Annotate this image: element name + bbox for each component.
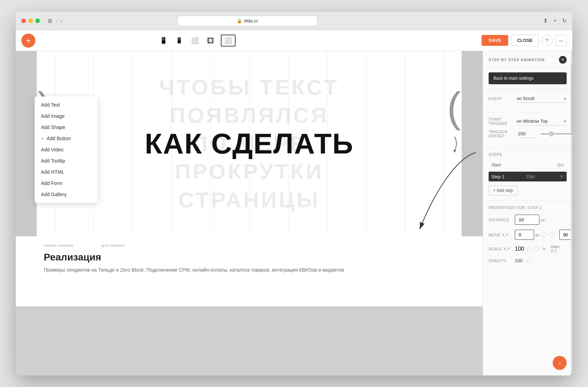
address-bar[interactable]: 🔒 tilda.cc bbox=[177, 16, 317, 26]
menu-item-add-gallery[interactable]: Add Gallery bbox=[35, 189, 98, 200]
close-button[interactable]: CLOSE bbox=[511, 35, 539, 46]
scale-row: SCALE X,Y 100 % Differ X,Y bbox=[489, 245, 567, 253]
step-1-delete-icon[interactable]: ✕ bbox=[560, 174, 564, 179]
viewport-mobile-small[interactable]: 📱 bbox=[158, 35, 169, 46]
opacity-row: OPACITY 100 bbox=[489, 258, 567, 263]
viewport-desktop[interactable]: ⬜ bbox=[221, 35, 236, 46]
move-y-input[interactable] bbox=[559, 230, 572, 240]
panel-scrollbar[interactable] bbox=[571, 51, 572, 375]
step-start-label: Start bbox=[491, 162, 501, 167]
back-to-settings-section: Back to main settings bbox=[483, 67, 572, 89]
move-row: MOVE X,Y px px bbox=[489, 230, 567, 240]
scroll-down-button[interactable]: ↓ bbox=[553, 356, 567, 370]
event-label: EVENT bbox=[489, 96, 517, 101]
plus-icon: + bbox=[41, 136, 44, 141]
panel-close-button[interactable]: ✕ bbox=[559, 56, 567, 64]
nav-forward-icon[interactable]: › bbox=[61, 18, 63, 24]
canvas-bottom-labels: window container grid container bbox=[44, 243, 455, 248]
menu-item-label: Add Tooltip bbox=[41, 158, 65, 164]
bg-text-line-1: ЧТОБЫ ТЕКСТ bbox=[159, 73, 339, 102]
trigger-offset-input[interactable] bbox=[517, 130, 538, 138]
bg-text-line-2: ПОЯВЛЯЛСЯ bbox=[170, 101, 329, 130]
distance-row: DISTANCE px bbox=[489, 215, 567, 225]
start-trigger-section: STARTTRIGGER on Window Top on Window Bot… bbox=[483, 112, 572, 148]
event-select-wrapper: on Scroll on Click on Hover ▼ bbox=[517, 94, 567, 103]
sidebar-toggle-icon[interactable]: ⊞ bbox=[48, 17, 52, 24]
event-section: EVENT on Scroll on Click on Hover ▼ bbox=[483, 89, 572, 112]
menu-item-add-video[interactable]: Add Video bbox=[35, 144, 98, 155]
move-radio-2[interactable] bbox=[550, 232, 554, 237]
move-radio-group bbox=[542, 232, 554, 237]
trigger-offset-slider[interactable] bbox=[540, 134, 572, 134]
viewport-desktop-small[interactable]: 🔲 bbox=[206, 36, 215, 45]
event-row: EVENT on Scroll on Click on Hover ▼ bbox=[489, 94, 567, 103]
lock-icon: 🔒 bbox=[237, 18, 242, 23]
trigger-offset-label: TRIGGEROFFSET bbox=[489, 130, 517, 138]
scale-controls: 100 % Differ X,Y bbox=[515, 245, 567, 253]
start-trigger-select[interactable]: on Window Top on Window Bottom on Elemen… bbox=[517, 117, 567, 126]
menu-item-label: Add Video bbox=[41, 147, 63, 152]
canvas-main-text: КАК СДЕЛАТЬ bbox=[145, 129, 354, 158]
scale-radio-1[interactable] bbox=[526, 246, 531, 251]
menu-item-label: Add Text bbox=[41, 102, 60, 108]
help-button[interactable]: ? bbox=[541, 35, 553, 46]
viewport-mobile[interactable]: 📱 bbox=[174, 36, 184, 45]
move-x-unit: px bbox=[536, 233, 540, 237]
context-menu: Add Text Add Image Add Shape + Add Butto… bbox=[35, 96, 98, 203]
properties-header: PROPERTIES FOR: STEP 1 bbox=[489, 206, 567, 210]
editor-toolbar: + 📱 📱 ⬜ 🔲 ⬜ SAVE CLOSE ? — bbox=[16, 30, 572, 51]
traffic-light-green[interactable] bbox=[35, 19, 40, 23]
scale-unit: % bbox=[542, 247, 546, 251]
menu-item-label: Add Gallery bbox=[41, 192, 66, 197]
viewport-tablet[interactable]: ⬜ bbox=[190, 35, 200, 46]
menu-item-add-text[interactable]: Add Text bbox=[35, 99, 98, 110]
start-trigger-select-wrapper: on Window Top on Window Bottom on Elemen… bbox=[517, 117, 567, 126]
scale-radio-2[interactable] bbox=[534, 246, 539, 251]
move-radio-1[interactable] bbox=[542, 232, 547, 237]
share-icon[interactable]: ⬆ bbox=[543, 17, 548, 24]
menu-item-add-form[interactable]: Add Form bbox=[35, 178, 98, 189]
panel-scrollbar-thumb bbox=[571, 65, 572, 135]
side-bar-left bbox=[16, 51, 37, 236]
canvas-main-text-block: КАК СДЕЛАТЬ bbox=[145, 129, 354, 158]
event-select[interactable]: on Scroll on Click on Hover bbox=[517, 94, 567, 103]
menu-item-label: Add Shape bbox=[41, 124, 65, 130]
menu-item-add-shape[interactable]: Add Shape bbox=[35, 122, 98, 133]
move-label: MOVE X,Y bbox=[489, 233, 515, 237]
url-display: tilda.cc bbox=[244, 18, 258, 23]
add-element-button[interactable]: + bbox=[21, 34, 35, 48]
side-bar-right bbox=[462, 51, 483, 236]
add-step-button[interactable]: + Add step bbox=[489, 186, 518, 195]
nav-back-icon[interactable]: ‹ bbox=[56, 18, 58, 24]
editor-container: + 📱 📱 ⬜ 🔲 ⬜ SAVE CLOSE ? — bbox=[16, 30, 572, 375]
svg-marker-2 bbox=[453, 150, 456, 153]
menu-item-add-button[interactable]: + Add Button bbox=[35, 133, 98, 144]
tab-icon[interactable]: + bbox=[553, 17, 556, 24]
step-1-label: Step 1 bbox=[491, 174, 505, 179]
start-trigger-label: STARTTRIGGER bbox=[489, 117, 517, 126]
differ-xy-label: Differ X,Y bbox=[551, 245, 567, 253]
window-container-label: window container bbox=[44, 243, 74, 248]
traffic-light-yellow[interactable] bbox=[28, 19, 33, 23]
more-button[interactable]: — bbox=[555, 35, 567, 46]
realizaciya-text: Примеры лендингов на Тильде и Zero Block… bbox=[44, 266, 455, 274]
menu-item-add-image[interactable]: Add Image bbox=[35, 110, 98, 122]
step-row-1[interactable]: Step 1 10px ✕ bbox=[489, 172, 567, 181]
menu-item-label: Add HTML bbox=[41, 169, 64, 175]
step-row-start[interactable]: Start 0px bbox=[489, 160, 567, 170]
save-button[interactable]: SAVE bbox=[482, 35, 508, 46]
move-x-input[interactable] bbox=[515, 230, 534, 240]
toolbar-right: SAVE CLOSE ? — bbox=[482, 35, 567, 46]
opacity-radio[interactable] bbox=[527, 258, 532, 263]
steps-section: STEPS Start 0px Step 1 10px ✕ + Add step bbox=[483, 148, 572, 201]
opacity-label: OPACITY bbox=[489, 259, 515, 263]
menu-item-label: Add Form bbox=[41, 180, 62, 186]
back-to-settings-button[interactable]: Back to main settings bbox=[489, 72, 567, 84]
menu-item-add-html[interactable]: Add HTML bbox=[35, 166, 98, 178]
traffic-lights bbox=[21, 19, 40, 23]
traffic-light-red[interactable] bbox=[21, 19, 26, 23]
trigger-offset-row: TRIGGEROFFSET bbox=[489, 130, 567, 138]
menu-item-add-tooltip[interactable]: Add Tooltip bbox=[35, 155, 98, 166]
refresh-icon[interactable]: ↻ bbox=[562, 17, 567, 24]
distance-input[interactable] bbox=[515, 215, 539, 225]
